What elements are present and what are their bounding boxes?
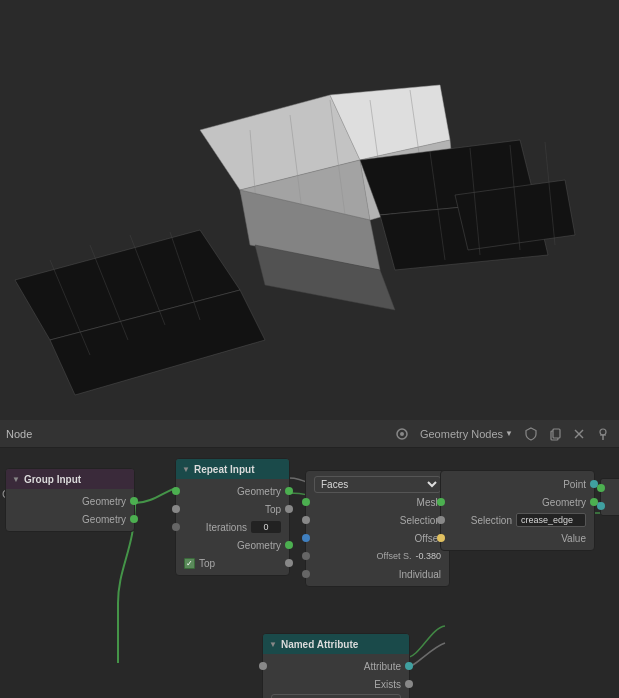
3d-viewport[interactable] <box>0 0 619 420</box>
set-value-row: Value <box>441 529 594 547</box>
repeat-geom-out-row: Geometry <box>176 536 289 554</box>
faces-dropdown-row[interactable]: Faces Edges Vertices <box>306 475 449 493</box>
named-attr-body: Attribute Exists Float Vector Color Bool… <box>263 654 409 698</box>
node-group-input-body: Geometry Geometry <box>6 489 134 531</box>
geometry2-output-socket <box>130 515 138 523</box>
set-geom-in <box>437 498 445 506</box>
repeat-top-out <box>285 505 293 513</box>
repeat-geom-out <box>285 487 293 495</box>
point-label: Point <box>449 479 586 490</box>
group-input-collapse[interactable]: ▼ <box>12 475 20 484</box>
editor-header: Node Geometry Nodes ▼ <box>0 420 619 448</box>
header-right: Geometry Nodes ▼ <box>392 424 613 444</box>
individual-row: Individual <box>306 565 449 583</box>
close-icon[interactable] <box>569 424 589 444</box>
repeat-geom-in <box>172 487 180 495</box>
offset-s-label: Offset S. <box>314 551 411 561</box>
offset-s-row: Offset S. -0.380 <box>306 547 449 565</box>
geometry-output-socket <box>130 497 138 505</box>
group-input-geometry2-row: Geometry <box>6 510 134 528</box>
individual-socket <box>302 570 310 578</box>
node-group-input: ▼ Group Input Geometry Geometry <box>5 468 135 532</box>
repeat-input-header: ▼ Repeat Input <box>176 459 289 479</box>
sel1-socket-in <box>302 516 310 524</box>
node-partial-right <box>600 478 619 516</box>
group-input-geometry-row: Geometry <box>6 492 134 510</box>
set-selection-row: Selection <box>441 511 594 529</box>
shield-icon[interactable] <box>521 424 541 444</box>
set-geom-row: Geometry <box>441 493 594 511</box>
geom-output-socket <box>285 541 293 549</box>
attribute-row: Attribute <box>263 657 409 675</box>
svg-point-31 <box>600 429 606 435</box>
float-select[interactable]: Float Vector Color Boolean Integer <box>271 694 401 699</box>
repeat-iter-socket <box>172 523 180 531</box>
selection-label1: Selection <box>314 515 441 526</box>
selection-row1: Selection <box>306 511 449 529</box>
top-output-socket <box>285 559 293 567</box>
offset-row: Offset <box>306 529 449 547</box>
set-pos-body: Point Geometry Selection <box>441 471 594 550</box>
selection-value-input[interactable] <box>516 513 586 527</box>
float-row[interactable]: Float Vector Color Boolean Integer <box>263 693 409 698</box>
repeat-top-row: Top <box>176 500 289 518</box>
attribute-label: Attribute <box>271 661 401 672</box>
repeat-top-checkbox-row: ✓ Top <box>176 554 289 572</box>
named-attr-collapse[interactable]: ▼ <box>269 640 277 649</box>
svg-point-26 <box>400 432 404 436</box>
node-set-pos: Point Geometry Selection <box>440 470 595 551</box>
top-checkbox-label: Top <box>199 558 281 569</box>
mesh-socket-in <box>302 498 310 506</box>
named-attr-header: ▼ Named Attribute <box>263 634 409 654</box>
attr-socket-out <box>405 662 413 670</box>
offsets-socket-in <box>302 552 310 560</box>
geometry2-label: Geometry <box>14 514 126 525</box>
geometry-nodes-label: Geometry Nodes <box>420 428 503 440</box>
group-input-title: Group Input <box>24 474 81 485</box>
tree-dropdown[interactable]: Geometry Nodes ▼ <box>416 424 517 444</box>
header-left: Node <box>6 428 388 440</box>
repeat-geometry-row: Geometry <box>176 482 289 500</box>
set-geom-label: Geometry <box>449 497 586 508</box>
named-attr-title: Named Attribute <box>281 639 358 650</box>
render-icon[interactable] <box>392 424 412 444</box>
set-val-in <box>437 534 445 542</box>
geom-out-label: Geometry <box>184 540 281 551</box>
exists-label: Exists <box>271 679 401 690</box>
repeat-input-body: Geometry Top Iterations Geometry <box>176 479 289 575</box>
node-canvas[interactable]: Geometry Nodes ▼ Group Input Geometry Ge… <box>0 448 619 698</box>
repeat-input-title: Repeat Input <box>194 464 255 475</box>
partial-socket-2 <box>597 502 605 510</box>
dropdown-arrow: ▼ <box>505 429 513 438</box>
node-extrude: Faces Edges Vertices Mesh Selection <box>305 470 450 587</box>
set-sel-in <box>437 516 445 524</box>
geometry-label: Geometry <box>14 496 126 507</box>
offset-socket-in <box>302 534 310 542</box>
node-group-input-header: ▼ Group Input <box>6 469 134 489</box>
offset-label: Offset <box>314 533 441 544</box>
node-editor: Node Geometry Nodes ▼ <box>0 420 619 698</box>
repeat-top-in <box>172 505 180 513</box>
repeat-input-collapse[interactable]: ▼ <box>182 465 190 474</box>
copy-icon[interactable] <box>545 424 565 444</box>
point-row: Point <box>441 475 594 493</box>
pushpin-icon[interactable] <box>593 424 613 444</box>
node-repeat-input: ▼ Repeat Input Geometry Top <box>175 458 290 576</box>
exists-socket-out <box>405 680 413 688</box>
faces-select[interactable]: Faces Edges Vertices <box>314 476 441 493</box>
extrude-body: Faces Edges Vertices Mesh Selection <box>306 471 449 586</box>
partial-socket-1 <box>597 484 605 492</box>
mesh-row: Mesh <box>306 493 449 511</box>
top-checkbox[interactable]: ✓ <box>184 558 195 569</box>
repeat-iter-label: Iterations <box>184 522 247 533</box>
attr-socket-in <box>259 662 267 670</box>
repeat-geom-label: Geometry <box>184 486 281 497</box>
svg-rect-28 <box>553 429 560 438</box>
individual-label: Individual <box>314 569 441 580</box>
set-val-label: Value <box>449 533 586 544</box>
node-named-attr: ▼ Named Attribute Attribute Exists <box>262 633 410 698</box>
iterations-input[interactable] <box>251 521 281 533</box>
repeat-iterations-row: Iterations <box>176 518 289 536</box>
mesh-label: Mesh <box>314 497 441 508</box>
exists-row: Exists <box>263 675 409 693</box>
